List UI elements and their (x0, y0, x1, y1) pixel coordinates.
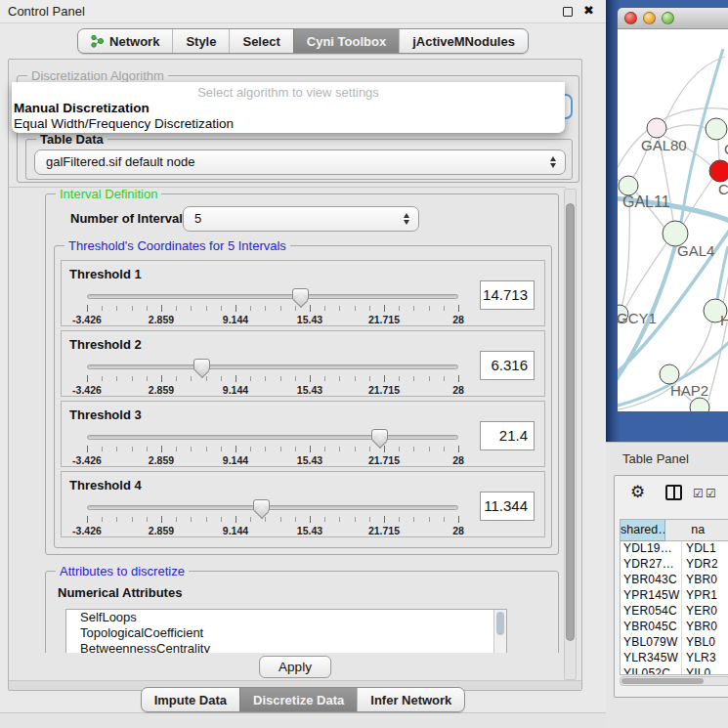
cell-shared-name[interactable]: YLR345W (621, 651, 682, 666)
tab-label: Infer Network (370, 693, 451, 707)
cell-name[interactable]: YBR0 (682, 573, 717, 588)
apply-button[interactable]: Apply (259, 656, 331, 678)
table-row[interactable]: YPR145WYPR1 (621, 588, 728, 604)
table-row[interactable]: YBR043CYBR0 (621, 573, 728, 588)
slider-thumb[interactable] (371, 429, 388, 442)
table-hscrollbar[interactable] (620, 676, 728, 686)
panel-scrollbar[interactable] (564, 189, 577, 680)
cell-name[interactable]: YIL0 (682, 666, 711, 675)
close-light-icon[interactable] (624, 12, 637, 24)
table-row[interactable]: YBL079WYBL0 (621, 635, 728, 651)
cell-name[interactable]: YDR2 (682, 557, 718, 573)
network-node[interactable] (647, 118, 666, 138)
cell-shared-name[interactable]: YBL079W (621, 635, 682, 651)
node-table[interactable]: shared… na YDL19…YDL1YDR27…YDR2YBR043CYB… (620, 519, 728, 675)
table-row[interactable]: YDL19…YDL1 (621, 541, 728, 557)
tick-mark (176, 447, 177, 451)
cell-name[interactable]: YER0 (682, 604, 717, 620)
column-header-name[interactable]: na (665, 520, 728, 541)
columns-icon[interactable] (665, 485, 682, 500)
attribute-items: SelfLoopsTopologicalCoefficientBetweenne… (66, 610, 506, 653)
cell-shared-name[interactable]: YDR27… (621, 557, 682, 573)
cell-name[interactable]: YBR0 (682, 620, 717, 635)
slider-track[interactable] (87, 435, 458, 440)
threshold-slider[interactable]: -3.4262.8599.14415.4321.71528 (87, 288, 458, 325)
checkbox-icon[interactable]: ☑ (706, 487, 716, 500)
zoom-light-icon[interactable] (662, 12, 674, 24)
tick-mark (176, 306, 177, 311)
threshold-value-field[interactable]: 6.316 (480, 351, 535, 380)
gear-icon[interactable]: ⚙ (630, 482, 645, 502)
tick-mark (369, 306, 370, 311)
slider-thumb[interactable] (253, 499, 270, 512)
slider-track[interactable] (87, 505, 458, 510)
slider-thumb[interactable] (292, 288, 309, 301)
tick-mark (87, 516, 88, 523)
list-item-topologicalcoefficient[interactable]: TopologicalCoefficient (66, 625, 506, 641)
tab-label: Style (186, 34, 216, 49)
cell-name[interactable]: YLR3 (682, 651, 716, 666)
cell-shared-name[interactable]: YBR043C (621, 573, 682, 588)
slider-thumb[interactable] (193, 359, 210, 371)
table-row[interactable]: YBR045CYBR0 (621, 620, 728, 635)
threshold-label: Threshold 4 (69, 478, 142, 492)
cell-name[interactable]: YBL0 (682, 635, 715, 651)
table-row[interactable]: YDR27…YDR2 (621, 557, 728, 573)
network-node[interactable] (706, 118, 727, 140)
cell-name[interactable]: YDL1 (682, 541, 716, 557)
list-scrollbar[interactable] (493, 610, 506, 653)
tab-style[interactable]: Style (172, 29, 229, 53)
network-node[interactable] (690, 398, 709, 411)
dropdown-option-manual-discretization[interactable]: Manual Discretization (12, 101, 565, 116)
panel-scrollbar-thumb[interactable] (566, 203, 575, 641)
threshold-value-field[interactable]: 21.4 (480, 421, 535, 450)
cell-shared-name[interactable]: YIL052C (621, 666, 682, 675)
tab-discretize-data[interactable]: Discretize Data (239, 688, 357, 711)
tick-mark (384, 305, 385, 312)
network-canvas[interactable]: GAL80GACGAL11GAL4GCY1HHAP2 (618, 29, 728, 411)
network-graph[interactable]: GAL80GACGAL11GAL4GCY1HHAP2 (618, 29, 728, 411)
table-row[interactable]: YLR345WYLR3 (621, 651, 728, 666)
float-icon[interactable] (563, 7, 573, 17)
tab-jactivemnodules[interactable]: jActiveMNodules (399, 29, 528, 53)
cell-shared-name[interactable]: YDL19… (621, 541, 682, 557)
tab-network[interactable]: Network (78, 29, 172, 53)
tab-select[interactable]: Select (229, 29, 292, 53)
threshold-value-field[interactable]: 11.344 (480, 492, 535, 521)
threshold-slider[interactable]: -3.4262.8599.14415.4321.71528 (87, 499, 458, 536)
threshold-slider[interactable]: -3.4262.8599.14415.4321.71528 (87, 359, 458, 396)
tab-infer-network[interactable]: Infer Network (357, 688, 464, 711)
network-node[interactable] (660, 364, 679, 384)
cell-name[interactable]: YPR1 (682, 588, 717, 604)
number-of-intervals-spinner[interactable]: 5 (183, 206, 419, 232)
cell-shared-name[interactable]: YER054C (621, 604, 682, 620)
tick-mark (191, 447, 192, 451)
slider-track[interactable] (87, 364, 458, 369)
slider-track[interactable] (87, 294, 458, 299)
table-data-combobox[interactable]: galFiltered.sif default node (34, 150, 566, 175)
table-hscrollbar-thumb[interactable] (621, 678, 704, 684)
close-icon[interactable]: ✖ (583, 3, 594, 18)
tick-mark (458, 516, 459, 523)
threshold-value-field[interactable]: 14.713 (480, 280, 535, 310)
network-node[interactable] (619, 176, 638, 195)
table-row[interactable]: YIL052CYIL0 (621, 666, 728, 675)
checkbox-icon[interactable]: ☑ (693, 487, 704, 500)
list-item-betweennesscentrality[interactable]: BetweennessCentrality (66, 641, 506, 653)
list-scrollbar-thumb[interactable] (496, 612, 504, 635)
network-node[interactable] (709, 160, 728, 182)
column-header-shared[interactable]: shared… (621, 520, 665, 541)
table-row[interactable]: YER054CYER0 (621, 604, 728, 620)
cell-shared-name[interactable]: YBR045C (621, 620, 682, 635)
dropdown-option-equal-width-frequency[interactable]: Equal Width/Frequency Discretization (12, 116, 565, 132)
list-item-selfloops[interactable]: SelfLoops (66, 610, 506, 625)
threshold-slider[interactable]: -3.4262.8599.14415.4321.71528 (87, 429, 458, 466)
tick-mark (280, 376, 281, 381)
minimize-light-icon[interactable] (643, 12, 656, 24)
tab-impute-data[interactable]: Impute Data (142, 688, 239, 711)
numerical-attributes-list[interactable]: SelfLoopsTopologicalCoefficientBetweenne… (65, 609, 507, 653)
tick-mark (102, 376, 103, 381)
cell-shared-name[interactable]: YPR145W (621, 588, 682, 604)
tick-mark (280, 517, 281, 522)
tab-cyni-toolbox[interactable]: Cyni Toolbox (293, 29, 399, 53)
